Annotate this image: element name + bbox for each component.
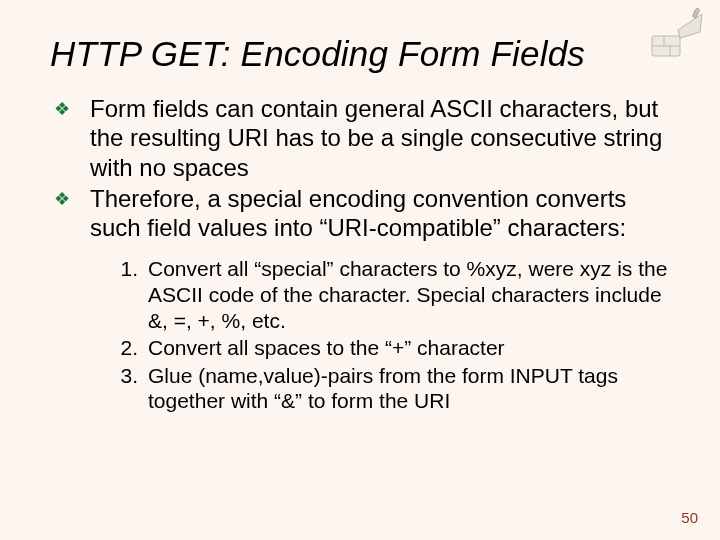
list-number: 3. bbox=[108, 363, 138, 389]
page-number: 50 bbox=[681, 509, 698, 526]
bullet-text: Form fields can contain general ASCII ch… bbox=[90, 94, 670, 182]
diamond-bullet-icon: ❖ bbox=[54, 99, 68, 121]
svg-marker-4 bbox=[678, 14, 702, 38]
numbered-item: 2. Convert all spaces to the “+” charact… bbox=[108, 335, 670, 361]
numbered-text: Convert all “special” characters to %xyz… bbox=[148, 256, 670, 333]
decorative-trowel-icon bbox=[650, 6, 710, 62]
numbered-text: Glue (name,value)-pairs from the form IN… bbox=[148, 363, 670, 414]
slide-title: HTTP GET: Encoding Form Fields bbox=[50, 34, 670, 74]
bullet-item: ❖ Form fields can contain general ASCII … bbox=[54, 94, 670, 182]
main-bullet-list: ❖ Form fields can contain general ASCII … bbox=[54, 94, 670, 242]
list-number: 2. bbox=[108, 335, 138, 361]
numbered-item: 1. Convert all “special” characters to %… bbox=[108, 256, 670, 333]
numbered-text: Convert all spaces to the “+” character bbox=[148, 335, 505, 361]
numbered-item: 3. Glue (name,value)-pairs from the form… bbox=[108, 363, 670, 414]
list-number: 1. bbox=[108, 256, 138, 282]
numbered-sub-list: 1. Convert all “special” characters to %… bbox=[108, 256, 670, 414]
bullet-item: ❖ Therefore, a special encoding conventi… bbox=[54, 184, 670, 243]
diamond-bullet-icon: ❖ bbox=[54, 189, 68, 211]
bullet-text: Therefore, a special encoding convention… bbox=[90, 184, 670, 243]
slide: HTTP GET: Encoding Form Fields ❖ Form fi… bbox=[0, 0, 720, 540]
